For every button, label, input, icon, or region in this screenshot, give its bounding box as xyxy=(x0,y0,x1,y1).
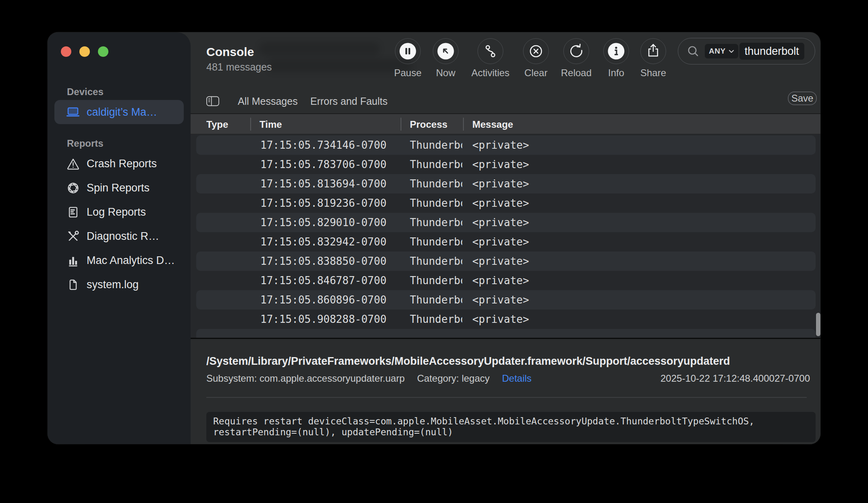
row-time: 17:15:05.860896-0700 xyxy=(260,290,386,310)
row-time: 17:15:05.832942-0700 xyxy=(260,232,386,252)
sidebar-item-log-reports[interactable]: Log Reports xyxy=(54,200,184,224)
log-table: 17:15:05.734146-0700Thunderbo<private>17… xyxy=(191,134,820,338)
search-field[interactable]: ANY thunderbolt xyxy=(678,38,815,64)
detail-pane: /System/Library/PrivateFrameworks/Mobile… xyxy=(191,339,820,444)
tab-all-messages[interactable]: All Messages xyxy=(238,96,298,107)
column-divider[interactable] xyxy=(250,118,251,131)
sidebar-item-spin-reports[interactable]: Spin Reports xyxy=(54,176,184,200)
row-message: <private> xyxy=(472,252,529,271)
tab-errors-and-faults[interactable]: Errors and Faults xyxy=(310,96,388,107)
sidebar-item-caldigit-s-ma[interactable]: caldigit’s Ma… xyxy=(54,100,184,124)
column-header-time[interactable]: Time xyxy=(260,119,282,130)
toolbar-button-label: Info xyxy=(608,67,624,79)
toolbar-button-label: Now xyxy=(436,67,455,79)
table-row[interactable]: 17:15:05.846787-0700Thunderbo<private> xyxy=(196,271,816,290)
toolbar-button-now[interactable]: Now xyxy=(424,38,468,79)
row-time: 17:15:05.846787-0700 xyxy=(260,271,386,290)
row-time: 17:15:05.908288-0700 xyxy=(260,310,386,329)
table-row[interactable]: 17:15:05.783706-0700Thunderbo<private> xyxy=(196,155,816,174)
search-icon xyxy=(686,44,700,58)
row-process: Thunderbo xyxy=(410,271,462,290)
search-query[interactable]: thunderbolt xyxy=(739,43,804,60)
sidebar-section-header-devices: Devices xyxy=(67,86,191,98)
toolbar-button-label: Share xyxy=(640,67,666,79)
sidebar-toggle-icon xyxy=(206,95,220,107)
reload-icon xyxy=(563,38,589,64)
table-row[interactable]: 17:15:05.734146-0700Thunderbo<private> xyxy=(196,135,816,155)
table-row[interactable]: 17:15:05.832942-0700Thunderbo<private> xyxy=(196,232,816,252)
row-time: 17:15:05.783706-0700 xyxy=(260,155,386,174)
details-link[interactable]: Details xyxy=(502,373,532,384)
sidebar-item-label: caldigit’s Ma… xyxy=(87,106,157,118)
row-message: <private> xyxy=(472,310,529,329)
row-message: <private> xyxy=(472,290,529,310)
sidebar-item-mac-analytics-d[interactable]: Mac Analytics D… xyxy=(54,248,184,272)
toolbar-button-reload[interactable]: Reload xyxy=(554,38,598,79)
aperture-icon xyxy=(66,181,80,195)
row-process: Thunderbo xyxy=(410,213,462,232)
row-message: <private> xyxy=(472,155,529,174)
row-message: <private> xyxy=(472,213,529,232)
row-process: Thunderbo xyxy=(410,174,462,193)
toolbar-button-share[interactable]: Share xyxy=(631,38,675,79)
minimize-button[interactable] xyxy=(79,46,90,57)
row-process: Thunderbo xyxy=(410,135,462,155)
row-time: 17:15:05.829010-0700 xyxy=(260,213,386,232)
column-divider[interactable] xyxy=(401,118,401,131)
chevron-down-icon xyxy=(729,50,734,53)
category-value: Category: legacy xyxy=(417,373,490,384)
message-count: 481 messages xyxy=(206,61,272,73)
table-row[interactable]: 17:15:05.860896-0700Thunderbo<private> xyxy=(196,290,816,310)
row-process: Thunderbo xyxy=(410,193,462,213)
activities-path-icon xyxy=(478,38,503,64)
log-message-line2: restartPending=(null), updatePending=(nu… xyxy=(213,427,453,437)
toolbar-button-label: Activities xyxy=(471,67,510,79)
detail-timestamp: 2025-10-22 17:12:48.400027-0700 xyxy=(660,373,810,384)
bar-chart-icon xyxy=(66,253,80,268)
warning-triangle-icon xyxy=(66,156,80,171)
log-message-box: Requires restart deviceClass=com.apple.M… xyxy=(206,412,816,442)
console-window: Devicescaldigit’s Ma…ReportsCrash Report… xyxy=(48,32,820,444)
toolbar-button-activities[interactable]: Activities xyxy=(468,38,513,79)
row-process: Thunderbo xyxy=(410,232,462,252)
toolbar-button-clear[interactable]: Clear xyxy=(514,38,558,79)
column-header-process[interactable]: Process xyxy=(410,119,447,130)
save-button[interactable]: Save xyxy=(788,91,817,105)
sidebar-toggle-button[interactable] xyxy=(206,95,220,107)
arrow-up-left-icon xyxy=(433,38,459,64)
table-row[interactable]: 17:15:05.908288-0700Thunderbo<private> xyxy=(196,310,816,329)
table-row[interactable]: 17:15:05.819236-0700Thunderbo<private> xyxy=(196,193,816,213)
log-message-line1: Requires restart deviceClass=com.apple.M… xyxy=(213,416,754,426)
search-scope-dropdown[interactable]: ANY xyxy=(705,44,738,58)
row-time: 17:15:05.819236-0700 xyxy=(260,193,386,213)
row-time: 17:15:05.813694-0700 xyxy=(260,174,386,193)
table-row-partial[interactable] xyxy=(196,329,816,338)
column-divider[interactable] xyxy=(463,118,464,131)
toolbar-button-label: Clear xyxy=(524,67,547,79)
scrollbar-thumb[interactable] xyxy=(816,313,820,336)
sidebar-item-label: system.log xyxy=(87,279,139,291)
laptop-icon xyxy=(66,105,80,119)
table-row[interactable]: 17:15:05.813694-0700Thunderbo<private> xyxy=(196,174,816,193)
sidebar-sections: Devicescaldigit’s Ma…ReportsCrash Report… xyxy=(48,81,191,297)
column-header-message[interactable]: Message xyxy=(472,119,513,130)
detail-divider xyxy=(206,397,807,398)
table-row[interactable]: 17:15:05.838850-0700Thunderbo<private> xyxy=(196,252,816,271)
table-row[interactable]: 17:15:05.829010-0700Thunderbo<private> xyxy=(196,213,816,232)
row-message: <private> xyxy=(472,174,529,193)
sidebar-item-label: Mac Analytics D… xyxy=(87,254,175,267)
subsystem-value: Subsystem: com.apple.accessoryupdater.ua… xyxy=(206,373,405,384)
sidebar-item-diagnostic-r[interactable]: Diagnostic R… xyxy=(54,224,184,248)
zoom-button[interactable] xyxy=(98,46,108,57)
sidebar-item-system-log[interactable]: system.log xyxy=(54,272,184,297)
sidebar-item-crash-reports[interactable]: Crash Reports xyxy=(54,152,184,176)
search-scope-label: ANY xyxy=(709,47,726,56)
row-process: Thunderbo xyxy=(410,252,462,271)
sidebar-item-label: Diagnostic R… xyxy=(87,230,159,243)
column-header-type[interactable]: Type xyxy=(206,119,228,130)
row-time: 17:15:05.734146-0700 xyxy=(260,135,386,155)
close-button[interactable] xyxy=(61,46,71,57)
document-icon xyxy=(66,277,80,292)
sidebar-section-header-reports: Reports xyxy=(67,138,191,149)
detail-meta: Subsystem: com.apple.accessoryupdater.ua… xyxy=(206,373,532,384)
